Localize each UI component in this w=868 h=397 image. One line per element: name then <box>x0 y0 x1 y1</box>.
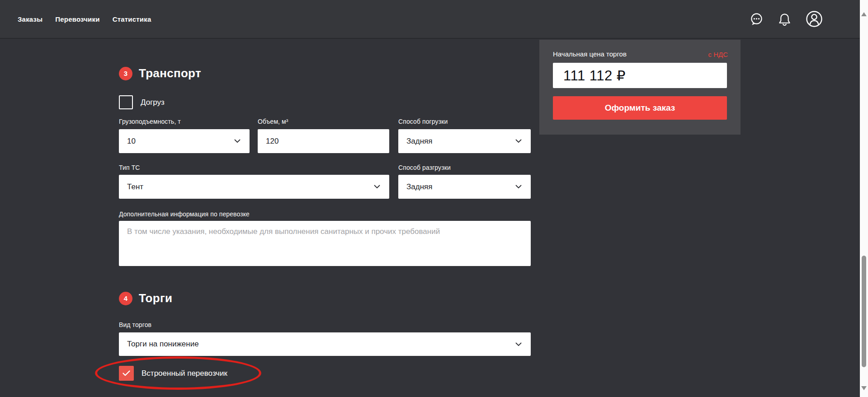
auction-section-header: 4 Торги <box>119 291 172 305</box>
loading-method-select-value: Задняя <box>406 137 432 146</box>
volume-input[interactable] <box>258 129 389 153</box>
dogruz-checkbox[interactable] <box>119 95 133 109</box>
chevron-down-icon <box>515 185 522 189</box>
main-menu: Заказы Перевозчики Статистика <box>0 15 151 23</box>
builtin-carrier-checkbox[interactable] <box>119 366 134 381</box>
transport-section-title: Транспорт <box>139 66 201 80</box>
auction-type-select[interactable]: Торги на понижение <box>119 332 531 356</box>
auction-type-select-value: Торги на понижение <box>127 340 199 349</box>
vat-badge: с НДС <box>708 51 728 58</box>
vehicle-type-label: Тип ТС <box>119 164 140 171</box>
volume-label: Объем, м³ <box>258 118 288 125</box>
start-price-input[interactable] <box>553 63 727 88</box>
user-icon[interactable] <box>806 10 823 28</box>
extra-info-label: Дополнительная информация по перевозке <box>119 210 250 218</box>
capacity-select[interactable]: 10 <box>119 129 250 153</box>
scrollbar-thumb[interactable] <box>862 256 866 367</box>
chevron-down-icon <box>234 139 241 143</box>
loading-method-label: Способ погрузки <box>398 118 448 125</box>
start-price-label: Начальная цена торгов <box>553 50 627 58</box>
checkmark-icon <box>123 370 130 376</box>
builtin-carrier-label: Встроенный перевозчик <box>142 369 227 378</box>
scroll-down-arrow-icon[interactable] <box>861 386 867 390</box>
unloading-method-label: Способ разгрузки <box>398 164 451 171</box>
nav-item-statistics[interactable]: Статистика <box>113 15 151 23</box>
auction-section-title: Торги <box>139 291 172 305</box>
submit-order-button[interactable]: Оформить заказ <box>553 96 727 120</box>
unloading-method-select[interactable]: Задняя <box>398 175 531 199</box>
loading-method-select[interactable]: Задняя <box>398 129 531 153</box>
vehicle-type-select-value: Тент <box>127 182 143 191</box>
unloading-method-select-value: Задняя <box>406 182 432 191</box>
order-form-page: Заказы Перевозчики Статистика <box>0 0 868 397</box>
transport-section-header: 3 Транспорт <box>119 66 201 80</box>
navbar-icon-group <box>750 0 823 38</box>
vertical-scrollbar[interactable] <box>860 0 868 397</box>
bell-icon[interactable] <box>778 12 791 26</box>
step-badge-4: 4 <box>119 292 132 305</box>
dogruz-checkbox-row: Догруз <box>119 95 165 109</box>
chevron-down-icon <box>515 139 522 143</box>
vehicle-type-select[interactable]: Тент <box>119 175 389 199</box>
auction-type-label: Вид торгов <box>119 321 151 328</box>
capacity-label: Грузоподъемность, т <box>119 118 181 125</box>
chat-icon[interactable] <box>750 12 764 26</box>
nav-item-orders[interactable]: Заказы <box>18 15 42 23</box>
order-summary-panel: Начальная цена торгов с НДС Оформить зак… <box>539 40 741 135</box>
step-badge-3: 3 <box>119 67 132 80</box>
nav-item-carriers[interactable]: Перевозчики <box>55 15 99 23</box>
scroll-up-arrow-icon[interactable] <box>861 12 867 16</box>
capacity-select-value: 10 <box>127 137 136 146</box>
extra-info-textarea[interactable] <box>119 221 531 266</box>
top-navbar: Заказы Перевозчики Статистика <box>0 0 860 39</box>
chevron-down-icon <box>374 185 380 189</box>
chevron-down-icon <box>515 342 522 346</box>
dogruz-label: Догруз <box>141 98 165 107</box>
builtin-carrier-checkbox-row: Встроенный перевозчик <box>119 366 227 381</box>
